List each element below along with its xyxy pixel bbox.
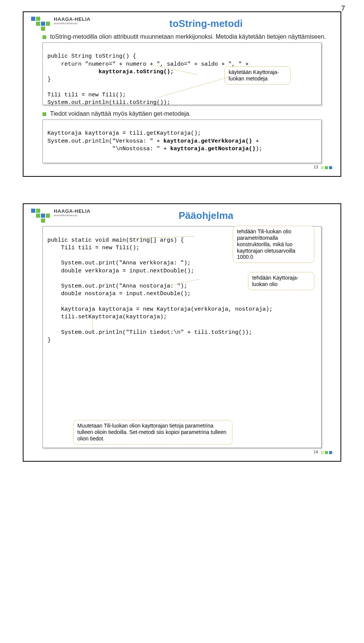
slide-number: 13 — [314, 165, 318, 169]
code-block-2: Kayttoraja kayttoraja = tili.getKayttora… — [42, 119, 322, 163]
bullet-item: Tiedot voidaan näyttää myös käyttäen get… — [42, 110, 333, 117]
slide-number-deco: 13 — [314, 165, 332, 169]
callout-kayttoraja-metodeja: käytetään Kayttoraja-luokan metodeja — [224, 66, 291, 85]
bullet-icon — [42, 35, 46, 39]
callout-set-metodi: Muutetaan Tili-luokan olion kayttorajan … — [73, 420, 232, 444]
slide-13: HAAGA-HELIA ammattikorkeakoulu toString-… — [23, 11, 341, 177]
slide-number-deco: 14 — [314, 450, 332, 454]
slide-title: toString-metodi — [79, 18, 333, 30]
code-block-main: public static void main(String[] args) {… — [42, 226, 322, 448]
callout-tili-olio: tehdään Tili-luokan olio parametrittomal… — [233, 226, 314, 263]
bullet-icon — [42, 112, 46, 116]
slide-number: 14 — [314, 450, 318, 454]
slide-14: HAAGA-HELIA ammattikorkeakoulu Pääohjelm… — [23, 203, 341, 461]
bullet-text: toString-metodilla olion attribuutit muu… — [50, 33, 326, 40]
slide-title: Pääohjelma — [79, 210, 333, 222]
callout-kayttoraja-olio: tehdään Kayttoraja-luokan olio — [248, 272, 314, 290]
bullet-item: toString-metodilla olion attribuutit muu… — [42, 33, 333, 40]
page-number: 7 — [341, 5, 345, 13]
code-block-1: public String toString() { return "numer… — [42, 42, 322, 105]
